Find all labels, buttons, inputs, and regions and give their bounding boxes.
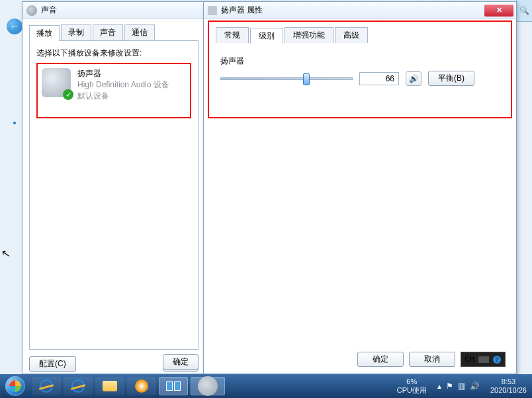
check-icon: ✓ (63, 89, 73, 100)
ime-help-icon: ? (493, 356, 501, 364)
props-ok-button[interactable]: 确定 (357, 352, 404, 367)
clock-time: 8:53 (490, 378, 527, 386)
volume-value[interactable]: 66 (359, 72, 399, 85)
device-item[interactable]: ✓ 扬声器 High Definition Audio 设备 默认设备 (36, 63, 191, 118)
tab-playback[interactable]: 播放 (29, 25, 60, 41)
sound-title: 声音 (41, 5, 57, 16)
ie-icon (40, 379, 53, 393)
speaker-icon (198, 376, 218, 396)
media-player-icon (135, 379, 148, 393)
taskbar-explorer[interactable] (95, 377, 124, 395)
clock[interactable]: 8:53 2020/10/26 (485, 378, 532, 395)
device-desc: High Definition Audio 设备 (77, 79, 169, 91)
slider-thumb[interactable] (303, 73, 310, 85)
tab-level[interactable]: 级别 (250, 28, 283, 44)
props-titlebar[interactable]: 扬声器 属性 ✕ (204, 2, 516, 19)
speaker-icon (26, 5, 37, 16)
back-button[interactable]: ← (7, 19, 22, 34)
taskbar: 6% CPU使用 ▴ ⚑ ▥ 🔊 8:53 2020/10/26 (0, 374, 532, 398)
tab-enhance[interactable]: 增强功能 (285, 27, 333, 43)
highlight-frame: 常规 级别 增强功能 高级 扬声器 66 🔊 平衡(B) (208, 20, 512, 118)
network-icon[interactable]: ▥ (458, 381, 465, 391)
browser-search-btn[interactable]: 🔍 (516, 0, 532, 22)
ie-icon (71, 379, 85, 393)
cursor-icon: ↖ (0, 247, 11, 260)
speaker-properties-dialog: 扬声器 属性 ✕ 常规 级别 增强功能 高级 扬声器 66 🔊 平衡(B (203, 1, 517, 374)
taskbar-ie1[interactable] (32, 377, 61, 395)
close-icon: ✕ (496, 6, 502, 15)
tab-record[interactable]: 录制 (61, 24, 91, 40)
slider-track (220, 77, 353, 80)
sound-dialog: 声音 播放 录制 声音 通信 选择以下播放设备来修改设置: ✓ 扬声器 High… (22, 1, 206, 374)
taskbar-sound-app[interactable] (191, 377, 225, 395)
device-speaker-icon: ✓ (42, 68, 71, 97)
tab-sound[interactable]: 声音 (93, 24, 123, 40)
close-button[interactable]: ✕ (484, 5, 513, 17)
balance-button[interactable]: 平衡(B) (428, 71, 474, 86)
sound-ok-button[interactable]: 确定 (163, 354, 199, 370)
tray-volume-icon[interactable]: 🔊 (470, 381, 480, 391)
level-row: 66 🔊 平衡(B) (220, 71, 500, 86)
props-cancel-button[interactable]: 取消 (409, 352, 455, 367)
taskbar-wmp[interactable] (127, 377, 156, 395)
props-window-icon (208, 6, 217, 15)
device-status: 默认设备 (77, 91, 169, 102)
sound-titlebar[interactable]: 声音 (22, 2, 205, 19)
device-name: 扬声器 (77, 68, 169, 79)
folder-icon (103, 381, 117, 391)
mute-button[interactable]: 🔊 (406, 71, 421, 86)
system-tray: 6% CPU使用 ▴ ⚑ ▥ 🔊 8:53 2020/10/26 (392, 374, 532, 398)
speaker-label: 扬声器 (220, 56, 500, 67)
windows-icon (166, 381, 181, 391)
device-text: 扬声器 High Definition Audio 设备 默认设备 (77, 68, 169, 113)
clock-date: 2020/10/26 (490, 386, 527, 395)
tab-general[interactable]: 常规 (216, 27, 249, 43)
bullet-dot (13, 122, 16, 124)
level-panel: 扬声器 66 🔊 平衡(B) (216, 43, 504, 87)
tab-comm[interactable]: 通信 (124, 24, 155, 40)
props-tabs: 常规 级别 增强功能 高级 (216, 27, 504, 43)
configure-button[interactable]: 配置(C) (29, 356, 76, 372)
flag-icon[interactable]: ⚑ (446, 381, 453, 391)
volume-slider[interactable] (220, 72, 353, 85)
cpu-meter[interactable]: 6% CPU使用 (392, 378, 432, 395)
taskbar-app-active[interactable] (159, 377, 188, 395)
windows-logo-icon (5, 376, 25, 396)
ime-lang: CH (465, 356, 474, 363)
keyboard-icon (478, 356, 489, 363)
sound-tabbody: 选择以下播放设备来修改设置: ✓ 扬声器 High Definition Aud… (29, 40, 199, 350)
cpu-label: CPU使用 (397, 386, 427, 395)
props-title: 扬声器 属性 (221, 5, 263, 16)
sound-tabs: 播放 录制 声音 通信 (29, 24, 199, 40)
tray-icons: ▴ ⚑ ▥ 🔊 (432, 381, 485, 391)
ime-bar[interactable]: CH ? (461, 352, 506, 367)
volume-icon: 🔊 (409, 74, 419, 83)
taskbar-ie2[interactable] (64, 377, 93, 395)
chevron-up-icon[interactable]: ▴ (437, 381, 441, 391)
instruction-text: 选择以下播放设备来修改设置: (36, 48, 191, 59)
cpu-percent: 6% (397, 378, 427, 386)
start-button[interactable] (0, 374, 30, 398)
props-button-row: 确定 取消 CH ? (357, 352, 508, 367)
tab-advanced[interactable]: 高级 (335, 27, 368, 43)
